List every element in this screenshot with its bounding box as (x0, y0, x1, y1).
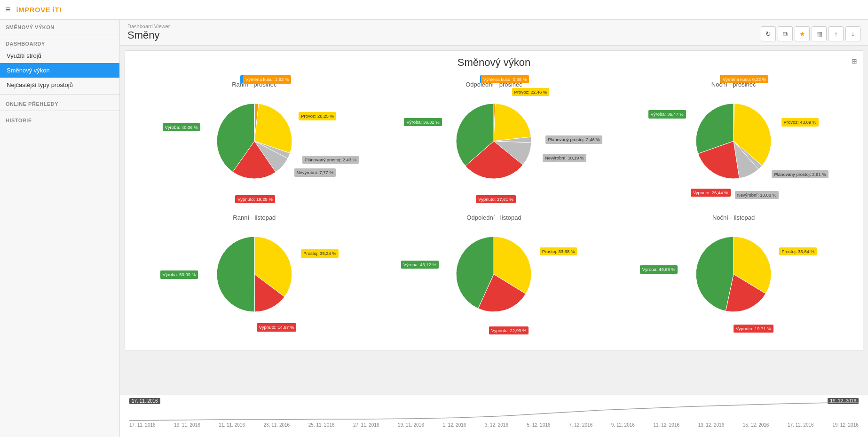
timeline-date: 23. 11. 2016 (264, 422, 290, 428)
chart-label-odpolední-prosinec-3: Plánovaný prostoj: 2,46 % (545, 135, 602, 143)
chart-cell-ranní-prosinec: Ranní - prosinecSeřízení: 0,18 %Výměna k… (134, 76, 374, 209)
pie-svg-ranní-prosinec (212, 99, 297, 183)
timeline-dates: 17. 11. 201619. 11. 201621. 11. 201623. … (129, 422, 859, 428)
chart-subtitle-ranní-listopad: Ranní - listopad (233, 214, 276, 221)
chart-label-noční-prosinec-1: Výměna kusu: 0,22 % (720, 75, 768, 83)
timeline-date: 27. 11. 2016 (353, 422, 379, 428)
upload-button[interactable]: ↑ (829, 26, 844, 41)
chart-label-odpolední-listopad-0: Prostoj: 33,68 % (540, 247, 577, 255)
timeline-section: 17. 11. 2016 19. 12. 2016 17. 11. 201619… (120, 395, 868, 437)
chart-label-ranní-prosinec-4: Nevýrobní: 7,77 % (294, 168, 336, 176)
toolbar-left: Dashboard Viewer Směny (127, 24, 170, 41)
divider (0, 34, 119, 34)
chart-subtitle-noční-listopad: Noční - listopad (712, 214, 755, 221)
chart-label-noční-listopad-0: Prostoj: 33,64 % (779, 247, 817, 255)
divider3 (0, 111, 119, 111)
panel-title-bar: Směnový výkon ⊞ (125, 51, 863, 72)
toolbar-actions: ↻ ⧉ ★ ▦ ↑ ↓ (761, 26, 860, 41)
timeline-date: 17. 11. 2016 (129, 422, 156, 428)
chart-label-odpolední-listopad-1: Vypnuto: 22,99 % (489, 326, 529, 334)
chart-label-noční-listopad-2: Výroba: 46,65 % (640, 265, 678, 273)
chart-label-ranní-prosinec-6: Výroba: 40,06 % (163, 123, 200, 131)
timeline-date: 15. 12. 2016 (743, 422, 769, 428)
chart-label-odpolední-listopad-2: Výroba: 43,12 % (401, 261, 439, 269)
chart-label-ranní-listopad-2: Výroba: 50,09 % (160, 270, 198, 278)
refresh-button[interactable]: ↻ (761, 26, 776, 41)
chart-label-noční-prosinec-3: Plánovaný prostoj: 2,61 % (772, 170, 828, 178)
chart-label-noční-listopad-1: Vypnuto: 19,71 % (734, 325, 773, 333)
menu-icon[interactable]: ≡ (6, 5, 11, 15)
timeline-date: 13. 12. 2016 (698, 422, 725, 428)
chart-cell-noční-listopad: Noční - listopadProstoj: 33,64 %Vypnuto:… (614, 209, 853, 342)
sidebar-section-online: ONLINE PŘEHLEDY (0, 96, 119, 109)
layout: Směnový výkon DASHBOARDY Využití strojů … (0, 20, 868, 437)
chart-label-noční-prosinec-5: Vypnuto: 26,44 % (691, 189, 731, 197)
sidebar-section-historie: HISTORIE (0, 113, 119, 125)
timeline-date: 5. 12. 2016 (527, 422, 551, 428)
sidebar-item-strojů[interactable]: Využití strojů (0, 48, 119, 63)
chart-cell-odpolední-prosinec: Odpolední - prosinecSeřízení: 0,08 %Výmě… (374, 76, 614, 209)
clone-button[interactable]: ⧉ (778, 26, 793, 41)
dashboard-content: Směnový výkon ⊞ Ranní - prosinecSeřízení… (120, 46, 868, 395)
timeline-date: 19. 12. 2016 (832, 422, 859, 428)
chart-label-noční-prosinec-2: Provoz: 43,09 % (781, 118, 819, 126)
chart-label-odpolední-prosinec-1: Výměna kusu: 0,58 % (481, 75, 529, 83)
sidebar-section-dashboardy: DASHBOARDY (0, 36, 119, 48)
sidebar: Směnový výkon DASHBOARDY Využití strojů … (0, 20, 120, 437)
sidebar-section-reporty: Směnový výkon (0, 20, 119, 32)
chart-label-ranní-listopad-0: Prostoj: 35,24 % (301, 249, 339, 257)
pie-svg-odpolední-listopad (451, 232, 536, 317)
chart-label-ranní-prosinec-3: Plánovaný prostoj: 2,43 % (302, 156, 359, 164)
panel-title: Směnový výkon (458, 56, 530, 68)
timeline-date: 9. 12. 2016 (611, 422, 635, 428)
chart-subtitle-odpolední-listopad: Odpolední - listopad (466, 214, 521, 221)
timeline-date: 3. 12. 2016 (485, 422, 508, 428)
chart-cell-odpolední-listopad: Odpolední - listopadProstoj: 33,68 %Vypn… (374, 209, 614, 342)
dashboard-panel: Směnový výkon ⊞ Ranní - prosinecSeřízení… (125, 50, 863, 350)
timeline-date: 29. 11. 2016 (398, 422, 424, 428)
timeline-date: 1. 12. 2016 (442, 422, 466, 428)
breadcrumb: Dashboard Viewer (127, 24, 170, 29)
sidebar-item-vykonu[interactable]: Směnový výkon (0, 63, 119, 78)
timeline-date: 21. 11. 2016 (219, 422, 245, 428)
chart-cell-ranní-listopad: Ranní - listopadProstoj: 35,24 %Vypnuto:… (134, 209, 374, 342)
chart-label-noční-prosinec-6: Výroba: 36,47 % (648, 110, 686, 118)
chart-label-ranní-prosinec-5: Vypnuto: 19,25 % (235, 195, 275, 203)
chart-label-odpolední-prosinec-4: Nevýrobní: 10,19 % (543, 154, 586, 162)
pie-svg-noční-prosinec (691, 99, 776, 183)
main-content: Dashboard Viewer Směny ↻ ⧉ ★ ▦ ↑ ↓ Směno… (120, 20, 868, 437)
chart-cell-noční-prosinec: Noční - prosinecSeřízení: 0,22 %Výměna k… (614, 76, 853, 209)
timeline-date: 19. 11. 2016 (174, 422, 200, 428)
timeline-track: 17. 11. 2016 19. 12. 2016 (129, 398, 859, 421)
timeline-date: 11. 12. 2016 (653, 422, 679, 428)
chart-label-noční-prosinec-4: Nevýrobní: 10,88 % (735, 191, 779, 199)
divider2 (0, 94, 119, 95)
timeline-date: 7. 12. 2016 (569, 422, 592, 428)
sidebar-item-prostoju[interactable]: Nejčastější typy prostojů (0, 78, 119, 92)
pie-svg-ranní-listopad (212, 232, 297, 317)
chart-label-odpolední-prosinec-5: Vypnuto: 27,61 % (476, 195, 516, 203)
chart-label-odpolední-prosinec-2: Provoz: 22,46 % (512, 88, 550, 96)
grid-button[interactable]: ▦ (812, 26, 827, 41)
favorite-button[interactable]: ★ (795, 26, 810, 41)
timeline-curve-svg (129, 398, 859, 421)
download-button[interactable]: ↓ (845, 26, 860, 41)
chart-label-ranní-prosinec-2: Provoz: 28,25 % (299, 112, 336, 120)
logo: iMPROVE iT! (16, 6, 62, 14)
pie-svg-noční-listopad (691, 232, 776, 317)
toolbar: Dashboard Viewer Směny ↻ ⧉ ★ ▦ ↑ ↓ (120, 20, 868, 46)
page-title: Směny (127, 29, 170, 41)
charts-grid: Ranní - prosinecSeřízení: 0,18 %Výměna k… (125, 72, 863, 350)
chart-label-odpolední-prosinec-6: Výroba: 36,31 % (404, 118, 442, 126)
chart-label-ranní-prosinec-1: Výměna kusu: 1,62 % (243, 75, 291, 83)
pie-svg-odpolední-prosinec (451, 99, 536, 183)
timeline-date: 25. 11. 2016 (308, 422, 335, 428)
chart-label-ranní-listopad-1: Vypnuto: 14,67 % (257, 323, 297, 331)
header: ≡ iMPROVE iT! (0, 0, 868, 20)
timeline-date: 17. 12. 2016 (788, 422, 814, 428)
export-icon[interactable]: ⊞ (852, 57, 857, 65)
